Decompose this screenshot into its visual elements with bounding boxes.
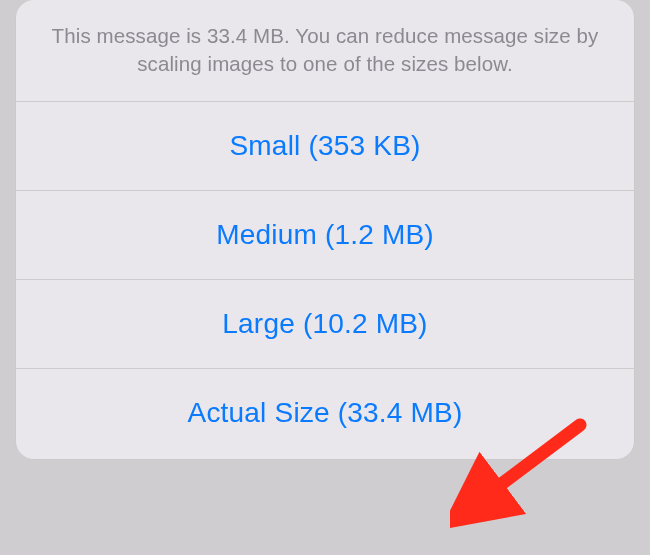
option-actual-size[interactable]: Actual Size (33.4 MB) bbox=[16, 369, 634, 459]
action-sheet: This message is 33.4 MB. You can reduce … bbox=[16, 0, 634, 459]
option-medium[interactable]: Medium (1.2 MB) bbox=[16, 191, 634, 280]
option-small[interactable]: Small (353 KB) bbox=[16, 102, 634, 191]
option-large[interactable]: Large (10.2 MB) bbox=[16, 280, 634, 369]
sheet-header-text: This message is 33.4 MB. You can reduce … bbox=[16, 0, 634, 102]
